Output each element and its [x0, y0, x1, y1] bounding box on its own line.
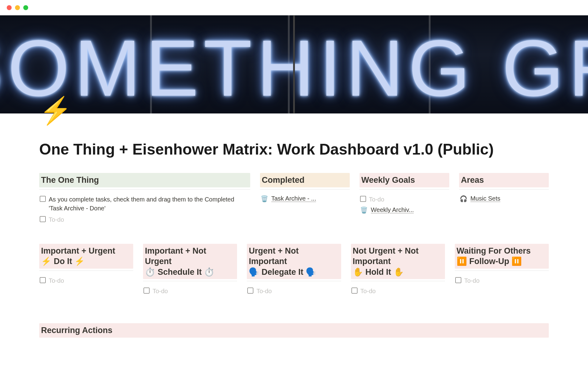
page-icon[interactable]: ⚡ [39, 95, 72, 126]
section-header-areas[interactable]: Areas [459, 173, 549, 187]
section-header-weekly[interactable]: Weekly Goals [360, 173, 449, 187]
checkbox[interactable] [40, 277, 46, 283]
todo-item[interactable]: To-do [39, 214, 250, 225]
page-link[interactable]: 🎧 Music Sets [459, 194, 549, 204]
todo-placeholder[interactable]: To-do [256, 287, 272, 296]
divider [260, 189, 350, 190]
matrix-do-it: Important + Urgent ⚡ Do It ⚡ To-do [39, 244, 133, 297]
page-link[interactable]: 🗑️ Task Archive - ... [260, 194, 350, 204]
todo-text[interactable]: As you complete tasks, check them and dr… [49, 195, 250, 213]
section-header-do-it[interactable]: Important + Urgent ⚡ Do It ⚡ [39, 244, 133, 269]
divider [39, 270, 133, 271]
divider [351, 281, 445, 281]
checkbox[interactable] [40, 216, 46, 222]
section-header-delegate-it[interactable]: Urgent + Not Important 🗣️ Delegate It 🗣️ [247, 244, 341, 279]
section-areas: Areas 🎧 Music Sets [459, 173, 549, 225]
window-maximize-button[interactable] [23, 5, 28, 10]
divider [143, 281, 237, 281]
todo-placeholder[interactable]: To-do [49, 276, 64, 285]
section-header-waiting[interactable]: Waiting For Others ⏸️ Follow-Up ⏸️ [455, 244, 549, 269]
cover-neon-text: DO SOMETHING GREAT [0, 22, 588, 114]
cover-image[interactable]: DO SOMETHING GREAT [0, 15, 588, 113]
checkbox[interactable] [247, 288, 253, 293]
divider [360, 189, 449, 190]
matrix-hold-it: Not Urgent + Not Important ✋ Hold It ✋ T… [351, 244, 445, 297]
section-header-completed[interactable]: Completed [260, 173, 350, 187]
divider [247, 281, 341, 281]
page-title[interactable]: One Thing + Eisenhower Matrix: Work Dash… [39, 140, 549, 158]
headphones-icon: 🎧 [460, 195, 467, 202]
todo-placeholder[interactable]: To-do [360, 287, 376, 296]
todo-placeholder[interactable]: To-do [464, 276, 480, 285]
matrix-schedule-it: Important + Not Urgent ⏱️ Schedule It ⏱️… [143, 244, 237, 297]
window-minimize-button[interactable] [15, 5, 20, 10]
divider [455, 270, 549, 271]
todo-item[interactable]: As you complete tasks, check them and dr… [39, 194, 250, 214]
todo-item[interactable]: To-do [455, 275, 549, 286]
section-header-recurring[interactable]: Recurring Actions [39, 323, 549, 338]
page-link[interactable]: 🗑️ Weekly Archiv... [360, 205, 449, 215]
divider [39, 189, 250, 190]
section-header-schedule-it[interactable]: Important + Not Urgent ⏱️ Schedule It ⏱️ [143, 244, 237, 279]
todo-item[interactable]: To-do [351, 286, 445, 297]
section-one-thing: The One Thing As you complete tasks, che… [39, 173, 250, 225]
todo-item[interactable]: To-do [360, 194, 449, 205]
todo-placeholder[interactable]: To-do [369, 195, 384, 204]
checkbox[interactable] [455, 277, 461, 283]
link-text: Weekly Archiv... [371, 206, 414, 213]
window-titlebar [0, 0, 588, 15]
todo-item[interactable]: To-do [143, 286, 237, 297]
matrix-delegate-it: Urgent + Not Important 🗣️ Delegate It 🗣️… [247, 244, 341, 297]
todo-item[interactable]: To-do [247, 286, 341, 297]
section-header-one-thing[interactable]: The One Thing [39, 173, 250, 187]
checkbox[interactable] [40, 196, 46, 202]
trash-icon: 🗑️ [360, 206, 368, 214]
matrix-waiting: Waiting For Others ⏸️ Follow-Up ⏸️ To-do [455, 244, 549, 297]
checkbox[interactable] [144, 288, 149, 293]
section-weekly-goals: Weekly Goals To-do 🗑️ Weekly Archiv... [360, 173, 449, 225]
trash-icon: 🗑️ [261, 195, 268, 202]
link-text: Music Sets [470, 195, 500, 202]
section-completed: Completed 🗑️ Task Archive - ... [260, 173, 350, 225]
todo-item[interactable]: To-do [39, 275, 133, 286]
checkbox[interactable] [352, 288, 357, 293]
section-header-hold-it[interactable]: Not Urgent + Not Important ✋ Hold It ✋ [351, 244, 445, 279]
todo-placeholder[interactable]: To-do [49, 215, 64, 224]
todo-placeholder[interactable]: To-do [153, 287, 168, 296]
checkbox[interactable] [360, 196, 366, 202]
divider [459, 189, 549, 190]
link-text: Task Archive - ... [271, 195, 316, 202]
window-close-button[interactable] [7, 5, 12, 10]
